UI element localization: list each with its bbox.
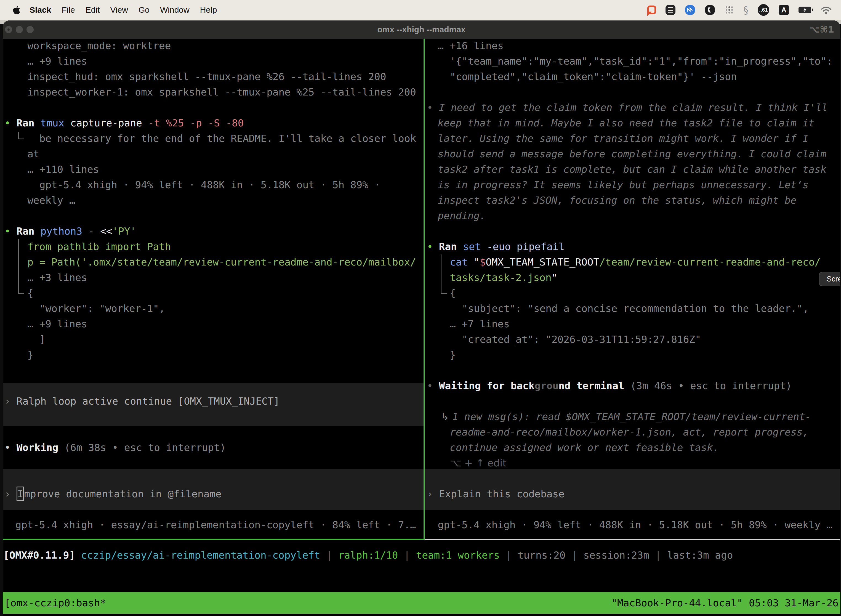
status-segment: |	[649, 550, 667, 561]
terminal-text-segment: weekly …	[27, 195, 75, 206]
terminal-text-segment: Ran	[16, 117, 35, 129]
terminal-line: … +110 lines	[3, 162, 99, 177]
status-segment: |	[320, 550, 338, 561]
dots-grid-icon[interactable]	[725, 5, 734, 15]
terminal-text-segment: '{"team_name":"my-team","task_id":"1","f…	[450, 56, 832, 67]
status-segment: turns:20	[518, 550, 566, 561]
terminal-text-segment: - <<	[82, 226, 112, 237]
terminal-cursor: I	[16, 487, 24, 501]
terminal-line: gpt-5.4 xhigh · essay/ai-reimplementatio…	[3, 517, 416, 532]
terminal-line: › Explain this codebase	[426, 486, 564, 502]
terminal-text-segment: inspect task2's JSON, focusing on the st…	[438, 195, 797, 206]
terminal-line: p = Path('.omx/state/team/review-current…	[3, 254, 416, 270]
terminal-text-segment: mprove documentation in @filename	[24, 488, 221, 500]
pane-border-left	[3, 539, 423, 540]
terminal-text-segment: •	[427, 380, 433, 392]
vpn-icon[interactable]	[685, 5, 695, 15]
terminal-line: continue assigned work or next feasible …	[426, 440, 719, 455]
menu-item-file[interactable]: File	[56, 5, 80, 15]
status-segment: ralph:1/10	[338, 550, 398, 561]
tmux-pane-left[interactable]: workspace_mode: worktree… +9 linesinspec…	[3, 39, 423, 539]
input-source-icon[interactable]: A	[779, 5, 789, 15]
menubar-status-icons: § ..61 A	[647, 4, 841, 16]
terminal-content: workspace_mode: worktree… +9 linesinspec…	[3, 39, 840, 616]
menu-item-go[interactable]: Go	[133, 5, 155, 15]
terminal-text-segment: keep that in mind. Maybe I also need the…	[438, 117, 815, 129]
terminal-text-segment: inspect_worker-1: omx sparkshell --tmux-…	[27, 87, 416, 98]
terminal-text-segment: "	[552, 272, 558, 283]
app-logo-icon[interactable]	[705, 5, 715, 15]
terminal-text-segment: •	[4, 226, 10, 237]
keyboard-icon[interactable]	[665, 5, 675, 15]
terminal-text-segment: }	[450, 349, 456, 361]
terminal-text-segment: at	[27, 148, 39, 160]
status-segment: |	[566, 550, 583, 561]
terminal-line: inspect task2's JSON, focusing on the st…	[426, 193, 797, 208]
terminal-text-segment: "	[474, 257, 480, 268]
terminal-text-segment: "completed","claim_token":"claim-token"}…	[450, 71, 737, 82]
terminal-line: cat "$OMX_TEAM_STATE_ROOT/team/review-cu…	[426, 254, 820, 270]
terminal-line: from pathlib import Path	[3, 239, 171, 254]
terminal-line: • I need to get the claim token from the…	[426, 100, 828, 115]
terminal-window: omx --xhigh --madmax ⌥⌘1 workspace_mode:…	[3, 21, 840, 616]
terminal-text-segment: gpt-5.4 xhigh · 94% left · 488K in · 5.1…	[40, 179, 380, 191]
terminal-text-segment: "created_at": "2026-03-31T11:59:27.816Z"	[462, 334, 701, 345]
screen-tooltip: Scre	[819, 272, 840, 286]
terminal-text-segment: "worker": "worker-1",	[40, 303, 165, 314]
terminal-line: › Ralph loop active continue [OMX_TMUX_I…	[3, 393, 280, 409]
terminal-line: tasks/task-2.json"	[426, 270, 557, 285]
terminal-line: }	[3, 347, 34, 363]
terminal-line: is in progress? It seems likely but perh…	[426, 177, 809, 193]
terminal-text-segment: tmux	[40, 117, 64, 129]
terminal-text-segment	[10, 396, 16, 407]
terminal-text-segment: gpt-5.4 xhigh · essay/ai-reimplementatio…	[15, 519, 416, 531]
menu-item-edit[interactable]: Edit	[80, 5, 105, 15]
terminal-text-segment: … +16 lines	[438, 40, 504, 51]
terminal-line: at	[3, 146, 40, 162]
terminal-line: later. Using the same for transition mig…	[426, 131, 809, 146]
screen-recording-icon[interactable]	[647, 6, 656, 14]
terminal-line: "subject": "send a concise recommendatio…	[426, 301, 809, 316]
terminal-text-segment: /team/review-current-readme-and-reco/	[599, 257, 820, 268]
terminal-line: keep that in mind. Maybe I also need the…	[426, 115, 815, 131]
terminal-text-segment: inspect_hud: omx sparkshell --tmux-pane …	[27, 71, 386, 82]
terminal-text-segment: {	[450, 287, 456, 299]
terminal-line: weekly …	[3, 193, 75, 208]
pane-divider[interactable]	[423, 39, 425, 540]
terminal-line: … +7 lines	[426, 316, 510, 332]
apple-menu-icon[interactable]	[13, 5, 21, 15]
terminal-text-segment: Waiting for back	[439, 380, 535, 392]
status-segment: last:3m ago	[667, 550, 733, 561]
terminal-text-segment: $	[480, 257, 486, 268]
wifi-icon[interactable]	[820, 6, 832, 14]
omx-status-line: [OMX#0.11.9] cczip/essay/ai-reimplementa…	[3, 547, 733, 563]
terminal-text-segment: •	[4, 442, 10, 453]
terminal-line: task2 after task1 is complete, but can I…	[426, 162, 826, 177]
terminal-text-segment	[10, 226, 16, 237]
terminal-text-segment: ⌥ + ↑ edit	[450, 457, 506, 469]
menu-app-name[interactable]: Slack	[24, 5, 56, 15]
menu-item-help[interactable]: Help	[195, 5, 223, 15]
terminal-text-segment: •	[4, 117, 10, 129]
usage-badge-icon[interactable]: ..61	[757, 4, 769, 16]
menu-item-view[interactable]: View	[105, 5, 133, 15]
window-title-bar[interactable]: omx --xhigh --madmax ⌥⌘1	[3, 21, 840, 39]
terminal-line: • Ran set -euo pipefail	[426, 239, 564, 254]
terminal-text-segment: I need to get the claim token from the c…	[439, 102, 828, 113]
terminal-line: "created_at": "2026-03-31T11:59:27.816Z"	[426, 332, 701, 347]
tmux-pane-right[interactable]: … +16 lines'{"team_name":"my-team","task…	[425, 39, 840, 539]
tmux-host-clock-label: "MacBook-Pro-44.local" 05:03 31-Mar-26	[611, 592, 838, 614]
terminal-text-segment	[433, 380, 439, 392]
terminal-line: readme-and-reco/mailbox/worker-1.json, a…	[426, 424, 809, 440]
terminal-line: … +9 lines	[3, 316, 87, 332]
terminal-text-segment	[433, 488, 439, 500]
terminal-text-segment: ]	[40, 334, 45, 345]
terminal-line: '{"team_name":"my-team","task_id":"1","f…	[426, 54, 832, 69]
squiggle-icon[interactable]: §	[743, 4, 748, 16]
menu-item-window[interactable]: Window	[155, 5, 195, 15]
terminal-text-segment: should send a message before completing …	[438, 148, 827, 160]
terminal-text-segment: python3	[40, 226, 82, 237]
terminal-line: workspace_mode: worktree	[3, 39, 171, 54]
battery-icon[interactable]	[799, 7, 811, 13]
terminal-text-segment: {	[27, 287, 34, 299]
